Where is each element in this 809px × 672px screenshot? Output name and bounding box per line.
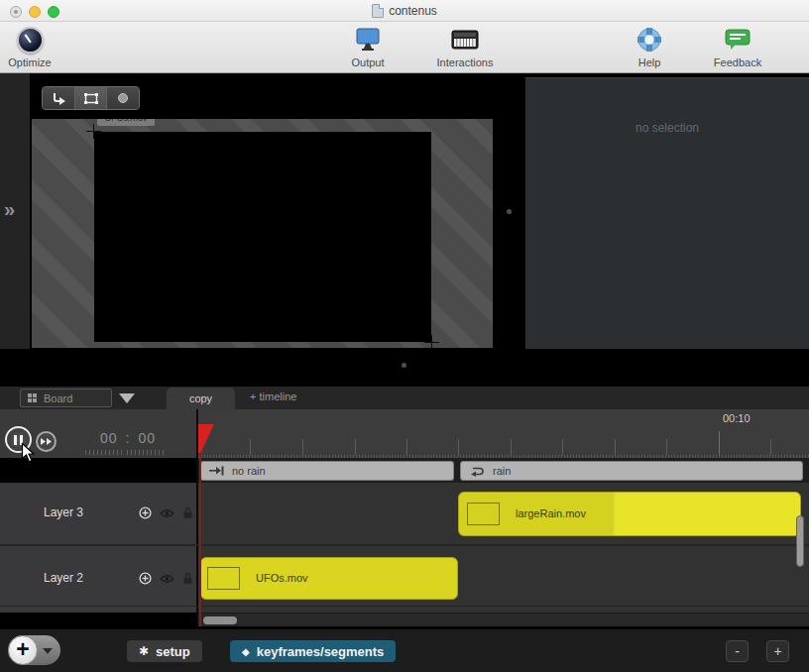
layer-label-column — [0, 483, 196, 613]
no-selection-text: no selection — [525, 121, 809, 135]
keyframes-segments-button[interactable]: ◆ keyframes/segments — [230, 640, 396, 662]
mouse-cursor-icon — [21, 442, 36, 464]
lifebuoy-icon — [636, 27, 662, 53]
ruler-time-label: 00:10 — [723, 412, 751, 424]
corner-handle-icon[interactable] — [86, 124, 101, 139]
midi-keyboard-icon — [451, 29, 479, 51]
setup-button[interactable]: ✱ setup — [127, 640, 202, 662]
move-tool-button[interactable] — [43, 87, 75, 109]
layer-name[interactable]: Layer 2 — [44, 571, 83, 585]
row-separator — [0, 606, 809, 607]
setup-label: setup — [156, 644, 190, 659]
panel-divider-handle[interactable] — [402, 363, 406, 368]
layer-controls — [139, 506, 193, 519]
transform-rect-icon — [82, 91, 100, 106]
toolbar-label: Help — [638, 56, 661, 68]
display-icon — [354, 27, 382, 53]
toolbar-item-optimize[interactable]: Optimize — [0, 25, 74, 72]
clip-thumbnail — [467, 503, 500, 525]
gauge-icon — [17, 27, 44, 54]
toolbar-item-feedback[interactable]: Feedback — [693, 25, 782, 72]
layer-controls — [139, 572, 193, 585]
toolbar-label: Optimize — [8, 56, 51, 68]
toolbar-item-interactions[interactable]: Interactions — [420, 25, 510, 72]
visibility-eye-icon[interactable] — [160, 574, 174, 584]
panel-divider-handle[interactable] — [507, 209, 512, 214]
segment-label: rain — [493, 465, 511, 477]
toolbar-item-output[interactable]: Output — [323, 25, 412, 72]
inspector-panel: no selection — [525, 77, 809, 349]
document-icon — [372, 4, 384, 18]
clip-label: UFOs.mov — [256, 572, 308, 584]
window-titlebar: contenus — [0, 0, 809, 22]
clip-largerain[interactable]: largeRain.mov — [458, 492, 801, 536]
board-dropdown-icon[interactable] — [119, 393, 135, 403]
tab-copy[interactable]: copy — [167, 388, 235, 409]
gear-icon: ✱ — [139, 644, 149, 658]
app-toolbar: Optimize Output Interacti — [0, 22, 809, 73]
add-layer-split-button[interactable]: + — [8, 635, 60, 665]
segment-label: no rain — [232, 465, 266, 477]
timeline-panel: 00 : 00 00:10 no rain — [0, 409, 809, 629]
add-keyframe-icon[interactable] — [139, 572, 152, 585]
toolbar-label: Output — [351, 56, 384, 68]
toolbar-label: Interactions — [437, 56, 494, 68]
time-separator: : — [126, 430, 131, 446]
expand-panel-chevrons-icon[interactable]: » — [4, 198, 14, 221]
add-keyframe-icon[interactable] — [139, 506, 152, 519]
fast-forward-icon — [40, 437, 53, 446]
mask-tool-button[interactable] — [107, 87, 139, 109]
board-label: Board — [44, 392, 72, 404]
horizontal-scrollbar-thumb[interactable] — [203, 616, 237, 624]
timeline-tabbar: Board copy + timeline — [0, 387, 809, 409]
canvas-tool-group — [42, 86, 140, 110]
horizontal-scrollbar[interactable] — [198, 613, 809, 626]
toolbar-item-help[interactable]: Help — [605, 25, 694, 72]
playhead-line — [199, 451, 201, 626]
row-separator — [0, 544, 809, 546]
play-to-end-icon — [209, 466, 224, 476]
visibility-eye-icon[interactable] — [160, 508, 174, 518]
timeline-zoom-out-button[interactable]: - — [726, 640, 749, 662]
stage-area: » UFOs.mov no selecti — [0, 73, 809, 387]
layer-name[interactable]: Layer 3 — [44, 505, 83, 519]
segment-rain[interactable]: rain — [460, 461, 803, 481]
loop-icon — [469, 466, 485, 477]
vertical-scrollbar-thumb[interactable] — [796, 515, 804, 567]
add-layer-button[interactable]: + — [8, 635, 38, 665]
keyframes-label: keyframes/segments — [257, 644, 385, 659]
fast-forward-button[interactable] — [36, 431, 57, 452]
clip-label-clipped: UFOs.mov — [97, 119, 155, 126]
timeline-ruler[interactable]: 00:10 — [198, 409, 809, 458]
lock-icon[interactable] — [182, 506, 193, 519]
video-layer-bounds[interactable] — [94, 132, 431, 342]
move-arrow-icon — [50, 90, 67, 107]
add-timeline-button[interactable]: + timeline — [250, 391, 296, 402]
preview-canvas[interactable]: UFOs.mov — [32, 119, 493, 348]
clip-ufos[interactable]: UFOs.mov — [200, 557, 458, 600]
time-seconds[interactable]: 00 — [138, 430, 156, 446]
toolbar-label: Feedback — [714, 56, 761, 68]
bottom-bar: + ✱ setup ◆ keyframes/segments - + — [0, 629, 809, 672]
timeline-zoom-in-button[interactable]: + — [766, 640, 789, 662]
board-grid-icon — [28, 393, 37, 402]
left-collapsed-panel: » — [0, 73, 30, 349]
time-display: 00 : 00 — [83, 430, 173, 446]
mask-circle-icon — [115, 91, 131, 105]
transform-tool-button[interactable] — [75, 87, 108, 109]
transport-controls: 00 : 00 — [0, 409, 196, 458]
add-layer-dropdown-icon[interactable] — [43, 648, 53, 654]
board-selector-button[interactable]: Board — [20, 389, 112, 407]
segment-no-rain[interactable]: no rain — [200, 461, 454, 481]
window-title: contenus — [389, 4, 437, 18]
window-title-area: contenus — [0, 0, 809, 22]
time-minutes[interactable]: 00 — [100, 430, 118, 446]
lock-icon[interactable] — [182, 572, 193, 585]
layer-lanes: Layer 3 Layer 2 — [0, 483, 809, 613]
speech-bubble-icon — [725, 28, 751, 52]
corner-handle-icon[interactable] — [424, 335, 439, 348]
clip-label: largeRain.mov — [516, 507, 586, 519]
seconds-scrubber[interactable] — [127, 450, 165, 455]
minutes-scrubber[interactable] — [85, 450, 123, 455]
diamond-icon: ◆ — [242, 646, 250, 657]
